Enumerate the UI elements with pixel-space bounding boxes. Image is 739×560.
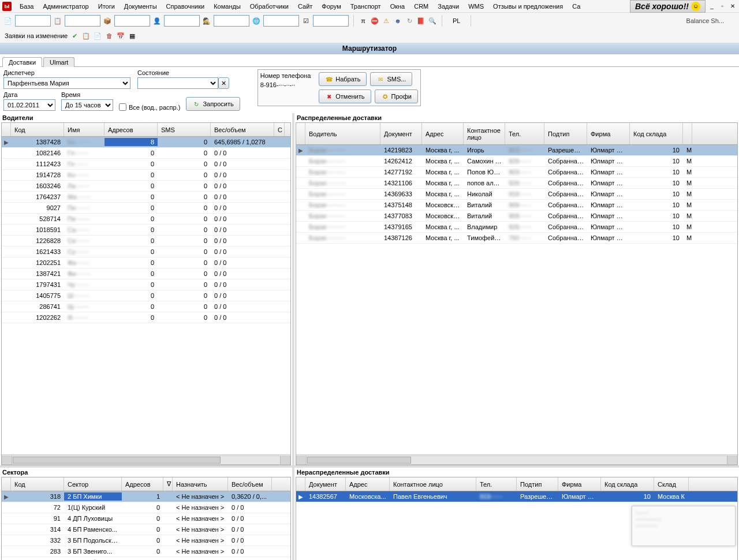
refresh-icon[interactable]: ↻ [405,16,414,25]
table-row[interactable]: 1226828Се········000 / 0 [2,236,290,247]
toolbar-input-1[interactable] [15,15,51,27]
toolbar-input-5[interactable] [214,15,249,27]
table-row[interactable]: 1405775Ш·········000 / 0 [2,290,290,301]
table-row[interactable]: 3144 БП Раменско...0< Не назначен >0 / 0 [2,524,290,535]
tab-deliveries[interactable]: Доставки [2,57,42,67]
table-row[interactable]: 1797431Чу········000 / 0 [2,279,290,290]
table-row[interactable]: 1202262Я·········000 / 0 [2,312,290,323]
table-row[interactable]: ▶1387428Бо········80645,6985 / 1,0278 [2,137,290,148]
table-row[interactable]: Борзе···········14375148Московска...Вита… [296,200,737,211]
table-row[interactable]: 1082146Гл········000 / 0 [2,148,290,159]
table-row[interactable]: Борзе···········14377083Московска...Вита… [296,211,737,222]
menu-Са[interactable]: Са [568,1,585,12]
table-row[interactable]: 1202251Фа········000 / 0 [2,257,290,268]
table-row[interactable]: Борзе···········14369633Москва г, ...Ник… [296,189,737,200]
table-row[interactable]: Борзе···········14321106Москва г, ...поп… [296,178,737,189]
table-row[interactable]: Борзе···········14262412Москва г, ...Сам… [296,156,737,167]
table-row[interactable]: Борзе···········14277192Москва г, ...Поп… [296,167,737,178]
toolbar-input-3[interactable] [114,15,150,27]
request-button[interactable]: ↻Запросить [186,97,240,111]
table-row[interactable]: 721(Ц) Курский0< Не назначен >0 / 0 [2,502,290,513]
menu-CRM[interactable]: CRM [409,1,433,12]
world-icon[interactable]: 🌐 [252,16,261,25]
calendar-icon[interactable]: 📅 [116,31,125,40]
check-icon[interactable]: ☑ [301,16,311,25]
menu-Отзывы и предложения[interactable]: Отзывы и предложения [488,1,568,12]
menu-WMS[interactable]: WMS [464,1,488,12]
balance-label[interactable]: Balance Sh... [686,17,736,24]
cancel-button[interactable]: ✖Отменить [319,89,371,103]
table-row[interactable]: 1387421Фи········000 / 0 [2,268,290,279]
table-row[interactable]: 1112423Го········000 / 0 [2,159,290,170]
profi-button[interactable]: ✪Профи [375,89,418,103]
assigned-hscroll[interactable] [296,456,737,465]
pi-icon[interactable]: π [359,16,368,25]
menu-Документы[interactable]: Документы [120,1,162,12]
toolbar-input-4[interactable] [164,15,200,27]
agent-icon[interactable]: 🕵 [202,16,211,25]
table-row[interactable]: Борзе···········14387126Москва г, ...Тим… [296,233,737,244]
box-icon[interactable]: 📦 [103,16,112,25]
doc2-icon[interactable]: 📄 [93,31,102,40]
table-row[interactable]: ▶Борзе···········14219823Москва г, ...Иг… [296,145,737,156]
trash-icon[interactable]: 🗑 [104,31,114,40]
close-icon[interactable]: ✕ [729,2,737,10]
toolbar-input-2[interactable] [65,15,100,27]
table-row[interactable]: 1018591Са········000 / 0 [2,225,290,236]
grid-icon[interactable]: ▦ [128,31,137,40]
state-select[interactable] [137,77,218,89]
toolbar-input-6[interactable] [263,15,299,27]
list-icon[interactable]: 📋 [53,16,62,25]
time-select[interactable]: До 15 часов [61,99,113,111]
toolbar-input-7[interactable] [313,15,349,27]
tab-ulmart[interactable]: Ulmart [43,57,74,67]
table-row[interactable]: ▶14382567Московска...Павел Евгеньевич919… [296,491,737,502]
state-clear-button[interactable]: ✕ [218,77,229,89]
menu-Окна[interactable]: Окна [386,1,410,12]
date-select[interactable]: 01.02.2011 [3,99,55,111]
dispatcher-select[interactable]: Парфентьева Мария [3,77,130,89]
table-row[interactable]: 286741Щ·········000 / 0 [2,301,290,312]
menu-Сайт[interactable]: Сайт [293,1,317,12]
minimize-icon[interactable]: _ [708,2,716,10]
table-row[interactable]: ▶3182 БП Химки1< Не назначен >0,3620 / 0… [2,491,290,502]
doc-icon[interactable]: 📄 [3,16,13,25]
table-row[interactable]: 3323 БП Подольск ...0< Не назначен >0 / … [2,535,290,546]
drivers-grid[interactable]: Код Имя Адресов SMS Вес/объем С ▶1387428… [1,122,291,465]
table-row[interactable]: Борзе···········14379165Москва г, ...Вла… [296,222,737,233]
list2-icon[interactable]: 📋 [81,31,91,40]
table-row[interactable]: 1764237Ма········000 / 0 [2,192,290,203]
table-row[interactable]: 9027Пе········000 / 0 [2,203,290,214]
noentry-icon[interactable]: ⛔ [370,16,379,25]
table-row[interactable]: 914 ДП Луховицы0< Не назначен >0 / 0 [2,513,290,524]
approve-icon[interactable]: ✔ [70,31,79,40]
warn-icon[interactable]: ⚠ [382,16,391,25]
menu-Транспорт[interactable]: Транспорт [346,1,386,12]
all-checkbox[interactable]: Все (вод., распр.) [119,103,180,111]
menu-Форум[interactable]: Форум [317,1,345,12]
table-row[interactable]: 1621433Су········000 / 0 [2,247,290,257]
table-row[interactable]: 1603246Ла········000 / 0 [2,181,290,192]
menu-Обработчики[interactable]: Обработчики [245,1,293,12]
menu-Итоги[interactable]: Итоги [94,1,120,12]
book-icon[interactable]: 📕 [416,16,426,25]
sectors-grid[interactable]: Код Сектор Адресов ∇ Назначить Вес/объем… [1,477,291,560]
menu-Задачи[interactable]: Задачи [433,1,464,12]
menu-Команды[interactable]: Команды [209,1,245,12]
menu-Администратор[interactable]: Администратор [38,1,93,12]
drivers-hscroll[interactable] [2,456,290,465]
sms-button[interactable]: ✉SMS... [370,72,412,86]
table-row[interactable]: 1914728Ко········000 / 0 [2,170,290,181]
menu-База[interactable]: База [15,1,38,12]
table-row[interactable]: 3104 БП Люберцы Д...0< Не назначен >0 / … [2,557,290,560]
user-icon[interactable]: 👤 [152,16,162,25]
pl-label[interactable]: PL [447,17,466,24]
assigned-grid[interactable]: Водитель Документ Адрес Контактное лицо … [296,122,738,465]
search-icon[interactable]: 🔍 [428,16,437,25]
table-row[interactable]: 2833 БП Звениго...0< Не назначен >0 / 0 [2,546,290,557]
restore-icon[interactable]: ▫ [718,2,726,10]
table-row[interactable]: 528714Пе········000 / 0 [2,214,290,225]
menu-Справочники[interactable]: Справочники [162,1,210,12]
call-button[interactable]: ☎Набрать [319,72,367,86]
mask-icon[interactable]: ☻ [393,16,402,25]
